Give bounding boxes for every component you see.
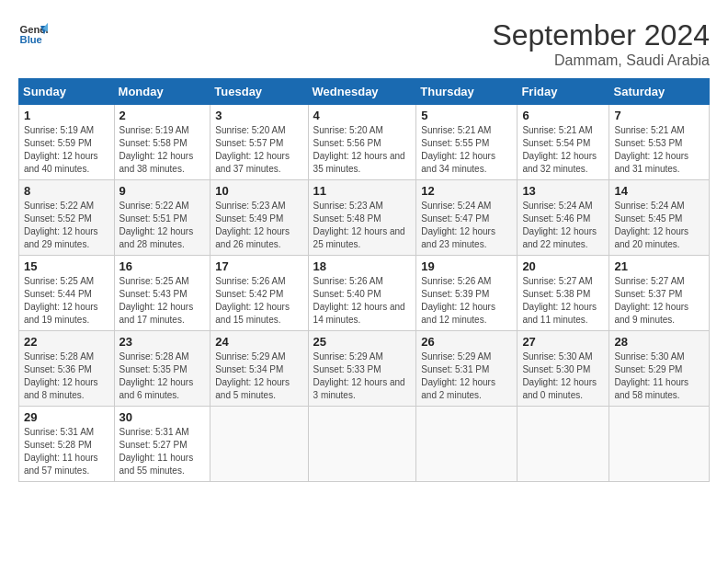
calendar-day-cell: 19 Sunrise: 5:26 AMSunset: 5:39 PMDaylig… <box>416 256 518 331</box>
weekday-header: Thursday <box>416 79 518 105</box>
day-info: Sunrise: 5:28 AMSunset: 5:35 PMDaylight:… <box>119 350 206 402</box>
calendar-day-cell: 6 Sunrise: 5:21 AMSunset: 5:54 PMDayligh… <box>518 105 609 180</box>
day-number: 27 <box>522 335 604 349</box>
calendar-day-cell: 30 Sunrise: 5:31 AMSunset: 5:27 PMDaylig… <box>114 407 210 482</box>
calendar-day-cell: 15 Sunrise: 5:25 AMSunset: 5:44 PMDaylig… <box>19 256 115 331</box>
day-info: Sunrise: 5:24 AMSunset: 5:47 PMDaylight:… <box>421 200 512 251</box>
day-info: Sunrise: 5:23 AMSunset: 5:48 PMDaylight:… <box>313 200 412 251</box>
day-info: Sunrise: 5:30 AMSunset: 5:29 PMDaylight:… <box>614 350 704 402</box>
day-info: Sunrise: 5:22 AMSunset: 5:51 PMDaylight:… <box>119 200 206 251</box>
day-number: 3 <box>215 109 302 122</box>
day-number: 24 <box>215 335 302 349</box>
day-number: 30 <box>119 410 206 424</box>
calendar-day-cell: 10 Sunrise: 5:23 AMSunset: 5:49 PMDaylig… <box>210 180 308 256</box>
day-info: Sunrise: 5:28 AMSunset: 5:36 PMDaylight:… <box>24 350 109 402</box>
calendar-day-cell: 4 Sunrise: 5:20 AMSunset: 5:56 PMDayligh… <box>308 105 416 180</box>
calendar-day-cell: 28 Sunrise: 5:30 AMSunset: 5:29 PMDaylig… <box>609 331 710 407</box>
day-number: 7 <box>614 109 704 122</box>
day-number: 19 <box>421 259 512 273</box>
day-number: 10 <box>215 184 302 198</box>
calendar-day-cell: 2 Sunrise: 5:19 AMSunset: 5:58 PMDayligh… <box>114 105 210 180</box>
calendar-day-cell: 16 Sunrise: 5:25 AMSunset: 5:43 PMDaylig… <box>114 256 210 331</box>
day-number: 26 <box>421 335 512 349</box>
day-info: Sunrise: 5:26 AMSunset: 5:42 PMDaylight:… <box>215 275 302 327</box>
day-number: 22 <box>24 335 109 349</box>
day-info: Sunrise: 5:20 AMSunset: 5:56 PMDaylight:… <box>313 124 412 176</box>
weekday-header: Tuesday <box>210 79 308 105</box>
calendar-day-cell: 1 Sunrise: 5:19 AMSunset: 5:59 PMDayligh… <box>19 105 115 180</box>
calendar-day-cell: 8 Sunrise: 5:22 AMSunset: 5:52 PMDayligh… <box>19 180 115 256</box>
calendar-day-cell: 7 Sunrise: 5:21 AMSunset: 5:53 PMDayligh… <box>609 105 710 180</box>
day-number: 5 <box>421 109 512 122</box>
day-number: 20 <box>522 259 604 273</box>
day-number: 1 <box>24 109 109 122</box>
day-info: Sunrise: 5:22 AMSunset: 5:52 PMDaylight:… <box>24 200 109 251</box>
calendar-day-cell: 25 Sunrise: 5:29 AMSunset: 5:33 PMDaylig… <box>308 331 416 407</box>
calendar-day-cell: 11 Sunrise: 5:23 AMSunset: 5:48 PMDaylig… <box>308 180 416 256</box>
day-number: 29 <box>24 410 109 424</box>
day-info: Sunrise: 5:26 AMSunset: 5:40 PMDaylight:… <box>313 275 412 327</box>
day-info: Sunrise: 5:27 AMSunset: 5:38 PMDaylight:… <box>522 275 604 327</box>
day-info: Sunrise: 5:24 AMSunset: 5:46 PMDaylight:… <box>522 200 604 251</box>
calendar-week-row: 29 Sunrise: 5:31 AMSunset: 5:28 PMDaylig… <box>19 407 710 482</box>
calendar-day-cell: 20 Sunrise: 5:27 AMSunset: 5:38 PMDaylig… <box>518 256 609 331</box>
calendar-day-cell: 21 Sunrise: 5:27 AMSunset: 5:37 PMDaylig… <box>609 256 710 331</box>
day-number: 23 <box>119 335 206 349</box>
day-number: 4 <box>313 109 412 122</box>
day-info: Sunrise: 5:29 AMSunset: 5:33 PMDaylight:… <box>313 350 412 402</box>
day-info: Sunrise: 5:29 AMSunset: 5:34 PMDaylight:… <box>215 350 302 402</box>
day-number: 12 <box>421 184 512 198</box>
weekday-header: Friday <box>518 79 609 105</box>
day-number: 11 <box>313 184 412 198</box>
weekday-header: Monday <box>114 79 210 105</box>
calendar-day-cell: 17 Sunrise: 5:26 AMSunset: 5:42 PMDaylig… <box>210 256 308 331</box>
calendar-day-cell: 9 Sunrise: 5:22 AMSunset: 5:51 PMDayligh… <box>114 180 210 256</box>
calendar-day-cell: 26 Sunrise: 5:29 AMSunset: 5:31 PMDaylig… <box>416 331 518 407</box>
header: General Blue September 2024 Dammam, Saud… <box>18 18 710 69</box>
day-info: Sunrise: 5:29 AMSunset: 5:31 PMDaylight:… <box>421 350 512 402</box>
logo-icon: General Blue <box>18 18 48 48</box>
day-number: 28 <box>614 335 704 349</box>
calendar-day-cell <box>308 407 416 482</box>
day-info: Sunrise: 5:21 AMSunset: 5:55 PMDaylight:… <box>421 124 512 176</box>
day-info: Sunrise: 5:19 AMSunset: 5:59 PMDaylight:… <box>24 124 109 176</box>
calendar-day-cell: 18 Sunrise: 5:26 AMSunset: 5:40 PMDaylig… <box>308 256 416 331</box>
svg-text:Blue: Blue <box>20 34 42 45</box>
day-number: 13 <box>522 184 604 198</box>
weekday-header: Saturday <box>609 79 710 105</box>
calendar-day-cell: 13 Sunrise: 5:24 AMSunset: 5:46 PMDaylig… <box>518 180 609 256</box>
day-info: Sunrise: 5:25 AMSunset: 5:44 PMDaylight:… <box>24 275 109 327</box>
day-info: Sunrise: 5:27 AMSunset: 5:37 PMDaylight:… <box>614 275 704 327</box>
day-info: Sunrise: 5:23 AMSunset: 5:49 PMDaylight:… <box>215 200 302 251</box>
logo: General Blue <box>18 18 48 48</box>
day-info: Sunrise: 5:25 AMSunset: 5:43 PMDaylight:… <box>119 275 206 327</box>
day-number: 21 <box>614 259 704 273</box>
day-info: Sunrise: 5:31 AMSunset: 5:27 PMDaylight:… <box>119 426 206 477</box>
day-number: 9 <box>119 184 206 198</box>
day-number: 16 <box>119 259 206 273</box>
day-number: 6 <box>522 109 604 122</box>
month-title: September 2024 <box>492 18 710 52</box>
day-number: 17 <box>215 259 302 273</box>
weekday-header: Sunday <box>19 79 115 105</box>
day-info: Sunrise: 5:24 AMSunset: 5:45 PMDaylight:… <box>614 200 704 251</box>
calendar-day-cell: 12 Sunrise: 5:24 AMSunset: 5:47 PMDaylig… <box>416 180 518 256</box>
calendar: SundayMondayTuesdayWednesdayThursdayFrid… <box>18 78 710 482</box>
day-number: 2 <box>119 109 206 122</box>
day-info: Sunrise: 5:20 AMSunset: 5:57 PMDaylight:… <box>215 124 302 176</box>
calendar-week-row: 22 Sunrise: 5:28 AMSunset: 5:36 PMDaylig… <box>19 331 710 407</box>
title-area: September 2024 Dammam, Saudi Arabia <box>492 18 710 69</box>
day-info: Sunrise: 5:21 AMSunset: 5:54 PMDaylight:… <box>522 124 604 176</box>
location-title: Dammam, Saudi Arabia <box>492 52 710 69</box>
day-number: 18 <box>313 259 412 273</box>
day-info: Sunrise: 5:31 AMSunset: 5:28 PMDaylight:… <box>24 426 109 477</box>
day-number: 15 <box>24 259 109 273</box>
calendar-day-cell: 24 Sunrise: 5:29 AMSunset: 5:34 PMDaylig… <box>210 331 308 407</box>
calendar-week-row: 8 Sunrise: 5:22 AMSunset: 5:52 PMDayligh… <box>19 180 710 256</box>
day-number: 8 <box>24 184 109 198</box>
day-info: Sunrise: 5:21 AMSunset: 5:53 PMDaylight:… <box>614 124 704 176</box>
calendar-header-row: SundayMondayTuesdayWednesdayThursdayFrid… <box>19 79 710 105</box>
day-number: 14 <box>614 184 704 198</box>
calendar-day-cell: 3 Sunrise: 5:20 AMSunset: 5:57 PMDayligh… <box>210 105 308 180</box>
weekday-header: Wednesday <box>308 79 416 105</box>
